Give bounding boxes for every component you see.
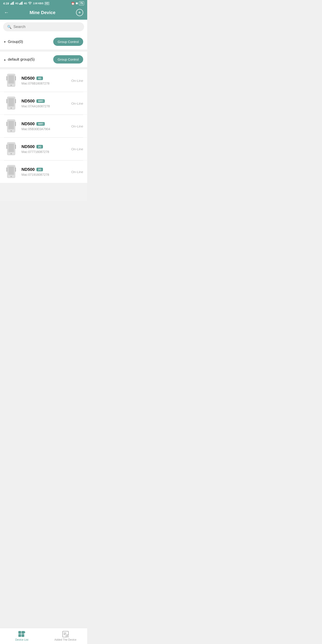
device-info-2: ND500 WIFI Mac:07AA16087278	[22, 98, 68, 108]
header: ← Mine Device +	[0, 7, 87, 20]
device-status-4: On-Line	[71, 147, 83, 151]
device-badge-5: 2G	[36, 168, 43, 171]
device-name-5: ND500	[22, 167, 35, 172]
svg-rect-3	[13, 2, 14, 5]
device-image-4	[4, 141, 18, 157]
table-row[interactable]: ND500 2G Mac:071916087278 On-Line	[0, 160, 87, 183]
device-mac-5: Mac:071916087278	[22, 173, 68, 176]
chevron-up-icon: ▴	[4, 58, 6, 61]
device-name-2: ND500	[22, 98, 35, 104]
device-mac-4: Mac:077716087278	[22, 150, 68, 154]
group-section-0: ▾ Group(0) Group Control	[0, 34, 87, 50]
device-name-row-4: ND500 2G	[22, 144, 68, 149]
device-mac-3: Mac:05B30E0A7904	[22, 127, 68, 131]
svg-rect-12	[15, 76, 16, 80]
svg-point-13	[10, 84, 12, 86]
group-title-row-0: ▾ Group(0)	[4, 40, 23, 44]
group-section-default: ▴ default group(5) Group Control	[0, 52, 87, 67]
svg-rect-28	[8, 144, 14, 152]
device-image-1	[4, 72, 18, 88]
device-info-1: ND500 4G Mac:076B16087278	[22, 76, 68, 85]
device-status-3: On-Line	[71, 124, 83, 128]
group-header-default: ▴ default group(5) Group Control	[0, 52, 87, 67]
svg-rect-6	[21, 2, 22, 5]
table-row[interactable]: ND500 4G Mac:076B16087278 On-Line	[0, 69, 87, 92]
svg-rect-24	[15, 122, 16, 126]
alarm-icon: ⏰	[71, 2, 75, 5]
svg-rect-29	[6, 145, 8, 149]
svg-rect-1	[12, 3, 12, 5]
bluetooth-icon: ✱	[76, 2, 78, 5]
group-control-button-default[interactable]: Group Control	[53, 55, 83, 64]
device-list: ND500 4G Mac:076B16087278 On-Line	[0, 69, 87, 183]
bottom-spacer	[0, 183, 87, 201]
svg-rect-22	[8, 121, 14, 129]
svg-rect-36	[15, 168, 16, 172]
svg-point-25	[10, 130, 12, 132]
table-row[interactable]: ND500 2G Mac:077716087278 On-Line	[0, 138, 87, 160]
svg-rect-11	[6, 76, 8, 80]
status-right: ⏰ ✱ 75	[71, 1, 84, 5]
table-row[interactable]: ND500 WIFI Mac:07AA16087278 On-Line	[0, 92, 87, 115]
group-header-0: ▾ Group(0) Group Control	[0, 34, 87, 50]
device-image-2	[4, 95, 18, 111]
device-badge-4: 2G	[36, 145, 43, 148]
add-button[interactable]: +	[76, 9, 83, 16]
svg-rect-7	[22, 2, 22, 5]
device-info-3: ND500 WIFI Mac:05B30E0A7904	[22, 122, 68, 131]
group-label-0: Group(0)	[8, 40, 23, 44]
svg-point-19	[10, 107, 12, 109]
speed-text: 2.00 KB/S	[33, 2, 44, 5]
signal-icon	[10, 2, 14, 5]
status-time: 4:19	[3, 2, 9, 5]
search-container: 🔍	[0, 20, 87, 34]
group-label-default: default group(5)	[8, 57, 35, 62]
device-status-2: On-Line	[71, 102, 83, 105]
back-button[interactable]: ←	[4, 10, 9, 16]
page-title: Mine Device	[30, 10, 56, 15]
svg-rect-18	[15, 99, 16, 103]
device-info-4: ND500 2G Mac:077716087278	[22, 144, 68, 154]
search-input[interactable]	[14, 24, 80, 29]
device-badge-3: WIFI	[36, 122, 45, 126]
device-info-5: ND500 2G Mac:071916087278	[22, 167, 68, 176]
plus-icon: +	[78, 10, 81, 16]
battery-indicator: 75	[79, 1, 84, 5]
device-name-row-3: ND500 WIFI	[22, 122, 68, 126]
search-bar: 🔍	[3, 22, 84, 31]
device-mac-1: Mac:076B16087278	[22, 82, 68, 85]
svg-rect-35	[6, 168, 8, 172]
signal-icon2	[19, 2, 23, 5]
status-bar: 4:19 4G 4G	[0, 0, 87, 7]
device-name-3: ND500	[22, 122, 35, 126]
device-status-5: On-Line	[71, 170, 83, 174]
device-badge-2: WIFI	[36, 99, 45, 103]
svg-rect-34	[8, 167, 14, 175]
status-left: 4:19 4G 4G	[3, 2, 49, 5]
group-title-row-default: ▴ default group(5)	[4, 57, 35, 62]
svg-rect-16	[8, 98, 14, 106]
search-icon: 🔍	[7, 25, 12, 29]
content: ▾ Group(0) Group Control ▴ default group…	[0, 34, 87, 201]
svg-rect-0	[10, 3, 11, 5]
device-name-1: ND500	[22, 76, 35, 81]
svg-point-37	[10, 176, 12, 177]
svg-rect-10	[8, 76, 14, 84]
device-name-row-1: ND500 4G	[22, 76, 68, 81]
hd-badge: HD	[45, 2, 49, 5]
svg-rect-4	[19, 3, 20, 5]
svg-rect-5	[20, 3, 21, 5]
device-status-1: On-Line	[71, 79, 83, 82]
status-4g2: 4G	[24, 2, 27, 5]
device-mac-2: Mac:07AA16087278	[22, 104, 68, 108]
table-row[interactable]: ND500 WIFI Mac:05B30E0A7904 On-Line	[0, 115, 87, 138]
chevron-down-icon: ▾	[4, 40, 6, 44]
wifi-icon	[28, 2, 32, 5]
device-badge-1: 4G	[36, 76, 43, 80]
status-4g1: 4G	[15, 2, 18, 5]
group-control-button-0[interactable]: Group Control	[53, 38, 83, 46]
svg-rect-30	[15, 145, 16, 149]
svg-rect-23	[6, 122, 8, 126]
svg-point-31	[10, 153, 12, 154]
svg-rect-2	[12, 2, 13, 5]
